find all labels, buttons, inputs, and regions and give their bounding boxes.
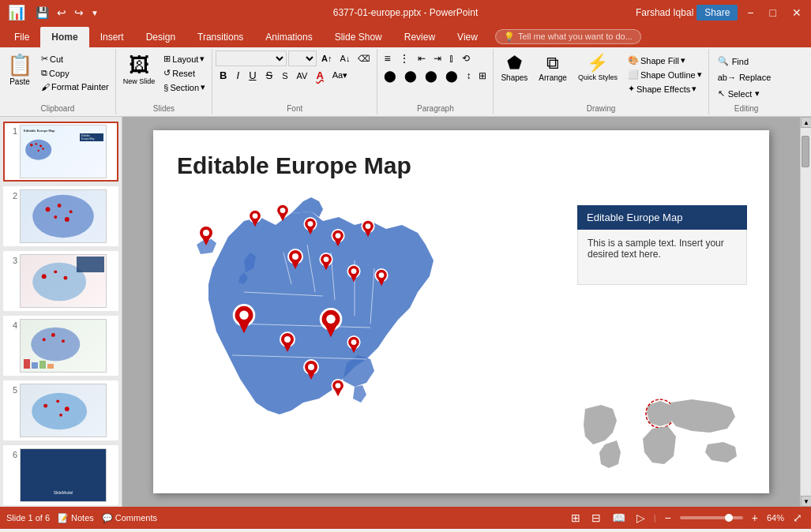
status-bar: Slide 1 of 6 📝 Notes 💬 Comments ⊞ ⊟ 📖 ▷ … xyxy=(0,507,811,529)
comments-button[interactable]: 💬 Comments xyxy=(102,513,157,523)
align-center-button[interactable]: ⬤ xyxy=(401,68,420,84)
share-button[interactable]: Share xyxy=(696,5,738,21)
pin-8 xyxy=(319,253,333,274)
svg-point-17 xyxy=(43,338,46,341)
char-space-button[interactable]: AV xyxy=(294,69,311,82)
vertical-scrollbar[interactable]: ▲ ▼ xyxy=(800,117,811,507)
svg-marker-35 xyxy=(202,238,210,245)
slideshow-view-button[interactable]: ▷ xyxy=(634,511,648,524)
columns-button[interactable]: ⫿ xyxy=(446,51,457,66)
pin-7 xyxy=(287,249,303,273)
slide-title: Editable Europe Map xyxy=(177,152,411,179)
tab-insert[interactable]: Insert xyxy=(89,27,135,47)
paste-button[interactable]: 📋 Paste xyxy=(3,51,36,88)
svg-point-58 xyxy=(351,268,357,274)
increase-indent-button[interactable]: ⇥ xyxy=(430,51,445,66)
slide-sorter-button[interactable]: ⊟ xyxy=(589,511,603,524)
decrease-font-button[interactable]: A↓ xyxy=(337,52,354,65)
font-family-select[interactable] xyxy=(216,51,287,66)
slide-thumb-3[interactable]: 3 xyxy=(3,251,118,311)
slide-canvas[interactable]: Editable Europe Map xyxy=(153,130,769,493)
font-size-select[interactable] xyxy=(288,51,317,66)
info-box[interactable]: Editable Europe Map This is a sample tex… xyxy=(577,205,747,285)
justify-button[interactable]: ⬤ xyxy=(442,68,461,84)
svg-point-22 xyxy=(56,399,59,403)
strikethrough-button[interactable]: S xyxy=(262,68,277,83)
save-qat-button[interactable]: 💾 xyxy=(33,5,51,21)
tab-review[interactable]: Review xyxy=(393,27,446,47)
fit-slide-button[interactable]: ⤢ xyxy=(790,511,805,524)
scroll-up-button[interactable]: ▲ xyxy=(801,117,811,128)
scroll-down-button[interactable]: ▼ xyxy=(801,496,811,507)
qat-customize-button[interactable]: ▼ xyxy=(89,7,100,19)
align-right-button[interactable]: ⬤ xyxy=(422,68,441,84)
format-painter-button[interactable]: 🖌 Format Painter xyxy=(38,81,112,93)
tab-animations[interactable]: Animations xyxy=(254,27,323,47)
shadow-button[interactable]: S xyxy=(278,69,291,82)
zoom-out-button[interactable]: − xyxy=(663,511,674,524)
tab-file[interactable]: File xyxy=(3,27,40,47)
select-button[interactable]: ↖ Select ▾ xyxy=(712,86,781,101)
minimize-button[interactable]: − xyxy=(741,0,760,25)
europe-map-container[interactable] xyxy=(165,189,505,474)
zoom-slider[interactable] xyxy=(680,516,743,519)
svg-point-70 xyxy=(284,336,291,343)
comments-label: Comments xyxy=(115,513,157,523)
clear-format-button[interactable]: ⌫ xyxy=(355,52,374,66)
svg-point-43 xyxy=(308,221,314,227)
smartart-convert-button[interactable]: ⊞ xyxy=(475,69,490,83)
numbering-button[interactable]: ⋮ xyxy=(396,51,413,66)
italic-button[interactable]: I xyxy=(233,68,244,83)
tell-me-input[interactable]: 💡 Tell me what you want to do... xyxy=(495,29,641,44)
quick-styles-button[interactable]: ⚡ Quick Styles xyxy=(574,51,621,84)
zoom-in-button[interactable]: + xyxy=(749,511,760,524)
tab-home[interactable]: Home xyxy=(40,27,88,47)
zoom-thumb[interactable] xyxy=(725,514,733,522)
underline-button[interactable]: U xyxy=(245,68,260,83)
slide-thumb-5[interactable]: 5 xyxy=(3,380,118,440)
shape-effects-button[interactable]: ✦ Shape Effects ▾ xyxy=(625,82,705,96)
copy-button[interactable]: ⧉ Copy xyxy=(38,66,112,80)
slide-thumb-6[interactable]: 6 SlideModel xyxy=(3,445,118,505)
decrease-indent-button[interactable]: ⇤ xyxy=(415,51,429,66)
slide-thumb-1[interactable]: 1 Editable Europe Map Editable Europe Ma… xyxy=(3,122,118,182)
layout-button[interactable]: ⊞ Layout ▾ xyxy=(160,52,208,66)
tab-slideshow[interactable]: Slide Show xyxy=(324,27,393,47)
scroll-thumb[interactable] xyxy=(802,136,809,167)
slide-thumb-4[interactable]: 4 xyxy=(3,316,118,376)
slide-num-2: 2 xyxy=(6,189,17,200)
find-button[interactable]: 🔍 Find xyxy=(712,54,781,69)
font-color-button[interactable]: A xyxy=(312,68,327,83)
ppt-logo: 📊 xyxy=(3,4,30,21)
shapes-button[interactable]: ⬟ Shapes xyxy=(497,51,531,84)
undo-qat-button[interactable]: ↩ xyxy=(54,5,69,21)
notes-panel-button[interactable]: 📝 Notes xyxy=(58,513,94,523)
shape-fill-button[interactable]: 🎨 Shape Fill ▾ xyxy=(625,54,705,67)
section-button[interactable]: § Section ▾ xyxy=(160,81,208,94)
bullets-button[interactable]: ≡ xyxy=(381,51,393,66)
new-slide-button[interactable]: 🖼 New Slide xyxy=(119,51,160,88)
maximize-button[interactable]: □ xyxy=(764,0,783,25)
replace-button[interactable]: ab→ Replace xyxy=(712,70,781,84)
line-spacing-button[interactable]: ↕ xyxy=(463,69,474,83)
reading-view-button[interactable]: 📖 xyxy=(610,511,628,524)
change-case-button[interactable]: Aa▾ xyxy=(329,69,351,82)
shape-outline-button[interactable]: ⬜ Shape Outline ▾ xyxy=(625,68,705,81)
normal-view-button[interactable]: ⊞ xyxy=(569,511,583,524)
cut-button[interactable]: ✂ Cut xyxy=(38,52,112,66)
svg-point-5 xyxy=(42,148,43,149)
tab-design[interactable]: Design xyxy=(135,27,186,47)
slide-num-1: 1 xyxy=(6,125,17,136)
tab-view[interactable]: View xyxy=(446,27,489,47)
slide-thumb-2[interactable]: 2 xyxy=(3,186,118,246)
close-button[interactable]: ✕ xyxy=(786,0,808,25)
svg-point-61 xyxy=(379,272,385,278)
reset-button[interactable]: ↺ Reset xyxy=(160,66,208,80)
bold-button[interactable]: B xyxy=(216,68,231,83)
arrange-button[interactable]: ⧉ Arrange xyxy=(535,51,571,84)
tab-transitions[interactable]: Transitions xyxy=(186,27,254,47)
increase-font-button[interactable]: A↑ xyxy=(318,52,335,65)
align-left-button[interactable]: ⬤ xyxy=(381,68,400,84)
redo-qat-button[interactable]: ↪ xyxy=(72,5,86,21)
text-direction-button[interactable]: ⟲ xyxy=(459,51,473,66)
